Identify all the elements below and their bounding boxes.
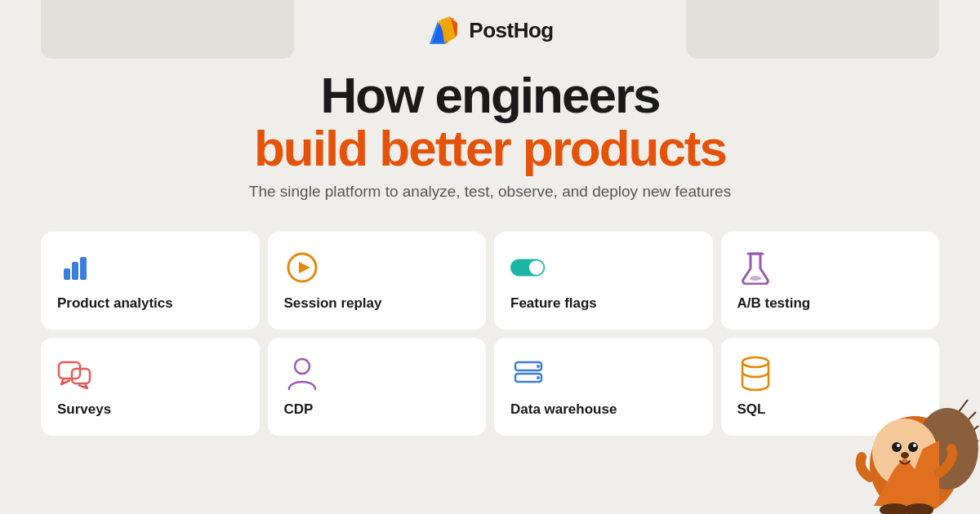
svg-rect-4 — [72, 262, 78, 280]
card-feature-flags[interactable]: Feature flags — [494, 232, 713, 330]
svg-rect-5 — [80, 257, 87, 280]
flask-icon — [737, 250, 773, 286]
card-session-replay-label: Session replay — [284, 295, 382, 312]
card-sql-label: SQL — [737, 401, 766, 418]
chat-icon — [57, 356, 93, 392]
svg-point-31 — [901, 452, 909, 459]
svg-point-30 — [913, 444, 916, 447]
card-product-analytics[interactable]: Product analytics — [41, 232, 260, 330]
posthog-logo-mark — [426, 13, 461, 47]
card-data-warehouse[interactable]: Data warehouse — [494, 338, 713, 436]
server-icon — [510, 356, 546, 392]
svg-point-17 — [537, 376, 540, 379]
card-cdp-label: CDP — [284, 401, 314, 418]
svg-point-10 — [750, 276, 761, 281]
svg-rect-11 — [59, 362, 80, 379]
cards-row-1: Product analytics Session replay Feature — [41, 232, 939, 330]
svg-point-27 — [892, 442, 902, 452]
card-ab-testing[interactable]: A/B testing — [721, 232, 940, 330]
bar-chart-icon — [57, 250, 93, 286]
hero-subtitle: The single platform to analyze, test, ob… — [16, 183, 964, 201]
card-cdp[interactable]: CDP — [268, 338, 487, 436]
person-icon — [284, 356, 320, 392]
toggle-icon — [510, 250, 546, 286]
card-product-analytics-label: Product analytics — [57, 295, 173, 312]
brand-name: PostHog — [469, 18, 553, 43]
card-session-replay[interactable]: Session replay — [268, 232, 487, 330]
cards-row-2: Surveys CDP Data w — [41, 338, 939, 436]
svg-point-29 — [897, 444, 900, 447]
hero-line1: How engineers — [16, 69, 964, 122]
svg-marker-7 — [299, 262, 310, 273]
svg-point-13 — [295, 359, 310, 374]
svg-rect-3 — [64, 268, 70, 280]
card-feature-flags-label: Feature flags — [510, 295, 597, 312]
svg-point-28 — [908, 442, 918, 452]
hero-line2: build better products — [16, 122, 964, 175]
hedgehog-mascot — [849, 351, 980, 514]
play-circle-icon — [284, 250, 320, 286]
database-icon — [737, 356, 773, 392]
card-surveys[interactable]: Surveys — [41, 338, 260, 436]
hero-section: How engineers build better products The … — [0, 54, 980, 217]
svg-point-9 — [529, 260, 544, 275]
card-data-warehouse-label: Data warehouse — [510, 401, 617, 418]
svg-point-18 — [742, 357, 768, 367]
card-ab-testing-label: A/B testing — [737, 295, 811, 312]
card-surveys-label: Surveys — [57, 401, 111, 418]
svg-point-15 — [537, 365, 540, 368]
feature-cards-section: Product analytics Session replay Feature — [0, 217, 980, 444]
